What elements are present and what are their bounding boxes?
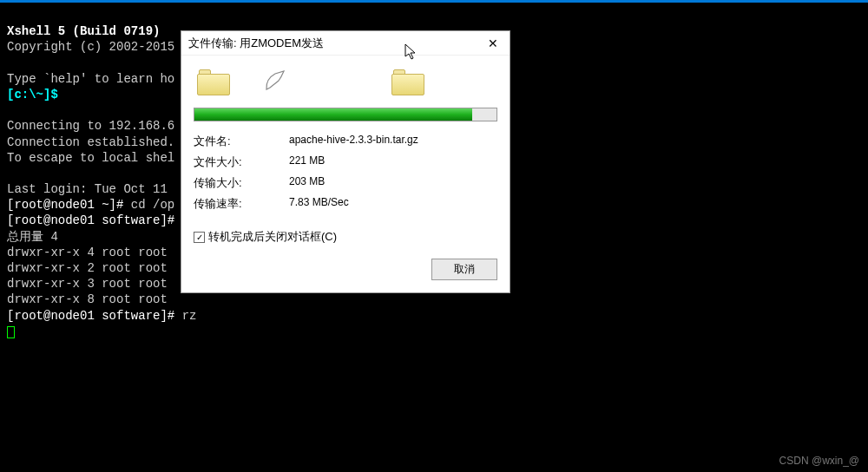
paper-flying-icon — [265, 70, 287, 95]
checkbox-label: 转机完成后关闭对话框(C) — [208, 229, 337, 245]
terminal-title: Xshell 5 (Build 0719) — [7, 24, 160, 38]
label-rate: 传输速率: — [194, 196, 272, 212]
dialog-titlebar[interactable]: 文件传输: 用ZMODEM发送 ✕ — [181, 31, 510, 56]
label-filesize: 文件大小: — [194, 154, 272, 170]
checkbox-icon[interactable]: ✓ — [194, 232, 205, 243]
cancel-button[interactable]: 取消 — [431, 259, 497, 280]
folder-source-icon — [197, 69, 230, 95]
close-on-complete-checkbox[interactable]: ✓ 转机完成后关闭对话框(C) — [194, 229, 497, 245]
terminal-prompt-local: [c:\~]$ — [7, 88, 58, 102]
folder-dest-icon — [391, 69, 424, 95]
close-icon[interactable]: ✕ — [483, 35, 503, 52]
value-filename: apache-hive-2.3.3-bin.tar.gz — [289, 134, 497, 149]
watermark: CSDN @wxin_@ — [779, 455, 859, 467]
progress-fill — [194, 108, 472, 121]
progress-bar — [194, 108, 497, 121]
value-rate: 7.83 MB/Sec — [289, 196, 497, 212]
label-filename: 文件名: — [194, 134, 272, 149]
terminal-cursor — [7, 326, 15, 338]
dialog-title: 文件传输: 用ZMODEM发送 — [188, 36, 324, 51]
file-transfer-dialog: 文件传输: 用ZMODEM发送 ✕ 文件名: apache-hive-2.3.3… — [181, 30, 510, 293]
transfer-animation — [194, 64, 497, 108]
label-transferred: 传输大小: — [194, 175, 272, 191]
value-filesize: 221 MB — [289, 154, 497, 170]
terminal-copyright: Copyright (c) 2002-2015 — [7, 40, 174, 54]
transfer-info: 文件名: apache-hive-2.3.3-bin.tar.gz 文件大小: … — [194, 134, 497, 212]
value-transferred: 203 MB — [289, 175, 497, 191]
